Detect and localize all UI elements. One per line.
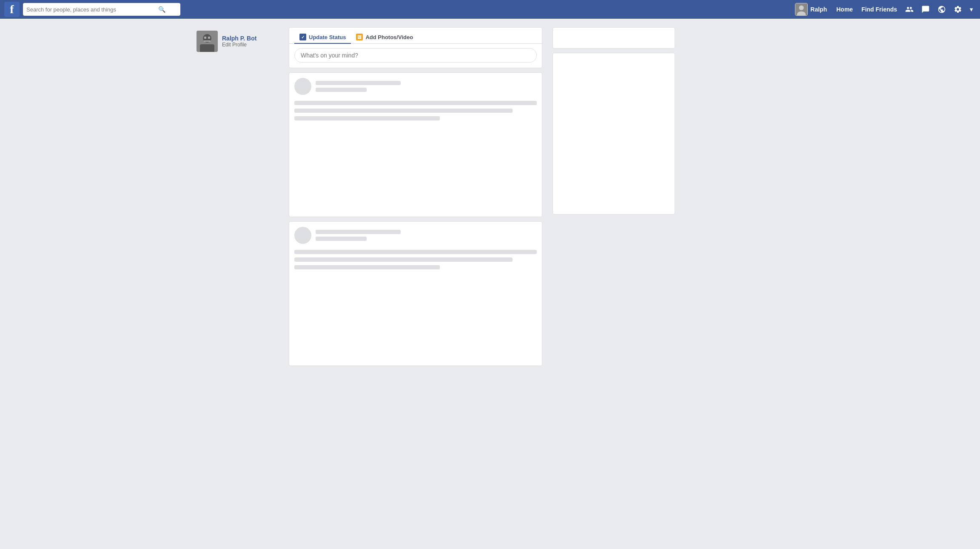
skeleton-text-2a xyxy=(294,250,537,254)
post-avatar-2 xyxy=(294,227,311,244)
right-sidebar xyxy=(547,23,675,375)
messages-icon[interactable] xyxy=(918,2,933,17)
skeleton-time-2 xyxy=(316,237,367,241)
skeleton-time-1 xyxy=(316,88,367,92)
skeleton-name-1 xyxy=(316,81,401,85)
post-header-lines-2 xyxy=(316,230,401,241)
profile-card[interactable]: Ralph P. Bot Edit Profile xyxy=(192,27,284,55)
right-panel-top xyxy=(553,27,675,49)
profile-avatar xyxy=(197,31,218,52)
post-header-2 xyxy=(294,227,537,244)
post-content-2 xyxy=(294,250,537,360)
photo-tab-label: Add Photos/Video xyxy=(365,34,413,40)
profile-edit-link[interactable]: Edit Profile xyxy=(222,42,256,48)
skeleton-text-2b xyxy=(294,257,513,262)
navbar: f 🔍 Ralph Home Find Friends xyxy=(0,0,980,19)
search-icon[interactable]: 🔍 xyxy=(158,6,165,13)
status-input[interactable] xyxy=(294,48,537,63)
post-avatar-1 xyxy=(294,78,311,95)
post-content-1 xyxy=(294,101,537,212)
left-sidebar: Ralph P. Bot Edit Profile xyxy=(192,23,284,375)
tab-add-photo[interactable]: 🖼 Add Photos/Video xyxy=(351,31,418,44)
photo-tab-icon: 🖼 xyxy=(356,34,363,40)
tab-update-status[interactable]: ✓ Update Status xyxy=(294,31,351,44)
post-header-1 xyxy=(294,78,537,95)
nav-dropdown-arrow[interactable]: ▼ xyxy=(967,6,976,13)
profile-name[interactable]: Ralph P. Bot xyxy=(222,35,256,42)
facebook-logo[interactable]: f xyxy=(4,2,20,17)
right-panel-main xyxy=(553,53,675,214)
status-box: ✓ Update Status 🖼 Add Photos/Video xyxy=(289,27,542,68)
profile-info: Ralph P. Bot Edit Profile xyxy=(222,35,256,48)
svg-rect-7 xyxy=(208,37,210,39)
skeleton-text-1b xyxy=(294,109,513,113)
post-card-2 xyxy=(289,221,542,366)
status-tabs: ✓ Update Status 🖼 Add Photos/Video xyxy=(289,28,542,44)
skeleton-text-2c xyxy=(294,265,440,269)
nav-username[interactable]: Ralph xyxy=(810,6,827,13)
search-input[interactable] xyxy=(26,6,158,13)
globe-icon[interactable] xyxy=(934,2,949,17)
post-header-lines-1 xyxy=(316,81,401,92)
search-bar[interactable]: 🔍 xyxy=(23,3,180,16)
status-tab-icon: ✓ xyxy=(299,34,306,40)
settings-icon[interactable] xyxy=(951,2,965,17)
svg-rect-8 xyxy=(204,40,211,42)
nav-right: Ralph Home Find Friends ▼ xyxy=(795,2,976,17)
page-wrapper: Ralph P. Bot Edit Profile ✓ Update Statu… xyxy=(192,0,788,375)
skeleton-text-1c xyxy=(294,116,440,120)
skeleton-text-1a xyxy=(294,101,537,105)
friends-icon[interactable] xyxy=(902,2,917,17)
svg-rect-6 xyxy=(204,37,206,39)
nav-home-link[interactable]: Home xyxy=(833,6,856,13)
svg-rect-5 xyxy=(200,44,214,52)
nav-user-section: Ralph xyxy=(795,3,827,16)
status-tab-label: Update Status xyxy=(309,34,346,40)
nav-find-friends-link[interactable]: Find Friends xyxy=(858,6,900,13)
svg-point-1 xyxy=(799,6,804,10)
nav-avatar xyxy=(795,3,808,16)
status-input-area xyxy=(289,44,542,68)
main-feed: ✓ Update Status 🖼 Add Photos/Video xyxy=(284,23,547,375)
post-card-1 xyxy=(289,72,542,217)
skeleton-name-2 xyxy=(316,230,401,234)
